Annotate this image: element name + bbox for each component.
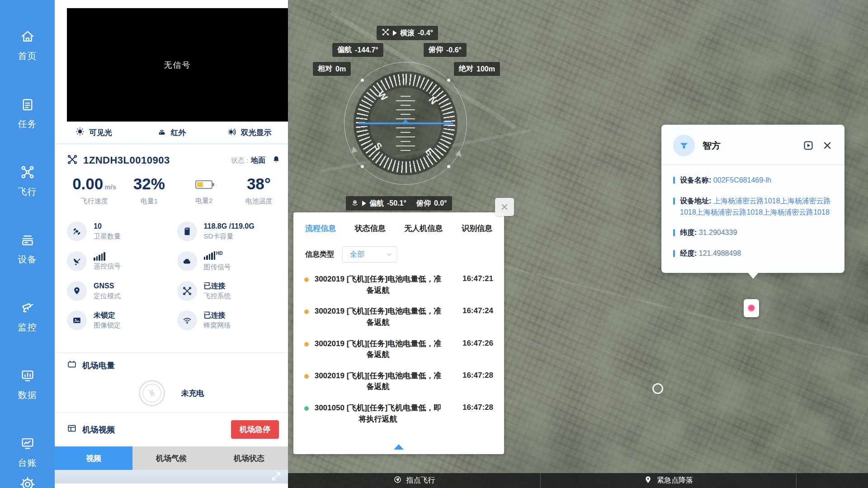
compass-disc: N E S W xyxy=(354,71,458,175)
sidebar-item-ledger[interactable]: 台账 xyxy=(18,436,37,469)
sidebar-item-flight[interactable]: 飞行 xyxy=(18,164,37,198)
dock-video-preview[interactable] xyxy=(55,470,288,483)
mode-tab-dual-light[interactable]: 双光显示 xyxy=(210,122,288,144)
info-value: GNSS xyxy=(94,282,121,291)
sidebar-item-data[interactable]: 数据 xyxy=(18,368,37,401)
tab-dock-weather[interactable]: 机场气候 xyxy=(132,446,210,470)
message-panel: 流程信息 状态信息 无人机信息 识别信息 信息类型 全部 3002019 [飞机… xyxy=(293,212,504,454)
attitude-compass: N E S W xyxy=(344,62,467,185)
message-item[interactable]: 3002019 [飞机][任务]电池电量低，准备返航 16:47:26 xyxy=(293,333,504,366)
info-cellular: 已连接蜂窝网络 xyxy=(177,310,288,330)
sidebar-item-settings[interactable] xyxy=(0,476,55,488)
dock-video-tabs: 视频 机场气候 机场状态 xyxy=(55,446,288,470)
sidebar-item-task[interactable]: 任务 xyxy=(18,97,37,130)
video-play-icon[interactable] xyxy=(803,140,814,151)
satellite-icon xyxy=(67,221,87,241)
dock-map-marker[interactable] xyxy=(744,299,759,317)
camera-mode-tabs: 可见光 红外 双光显示 xyxy=(55,122,288,144)
message-item[interactable]: 3002019 [飞机][任务]电池电量低，准备返航 16:47:24 xyxy=(293,301,504,333)
sidebar-item-device[interactable]: 设备 xyxy=(18,232,37,266)
stat-label: 电量1 xyxy=(141,197,158,206)
message-item[interactable]: 3001050 [飞机][任务]飞机电量低，即将执行返航 16:47:28 xyxy=(293,398,504,430)
message-time: 16:47:28 xyxy=(462,403,493,412)
info-value: 已连接 xyxy=(204,282,231,291)
stat-battery2: 电量2 xyxy=(177,174,231,218)
device-address-field: 设备地址: 上海杨浦密云路1018上海杨浦密云路1018上海杨浦密云路1018上… xyxy=(661,196,844,218)
field-accent-bar xyxy=(673,250,675,257)
tab-dock-status[interactable]: 机场状态 xyxy=(210,446,288,470)
message-text: [飞机][任务]电池电量低，准备返航 xyxy=(347,371,442,391)
location-pin-icon xyxy=(67,281,87,301)
gear-icon xyxy=(19,476,36,488)
mode-tab-label: 红外 xyxy=(171,127,186,138)
monitor-camera-icon xyxy=(20,300,35,317)
aircraft-status: 状态 : 地面 xyxy=(231,155,281,166)
tab-recognition-info[interactable]: 识别信息 xyxy=(462,223,492,234)
message-text: [飞机][任务]电池电量低，准备返航 xyxy=(347,275,442,295)
sidebar: 首页 任务 飞行 设备 监控 数据 台账 xyxy=(0,0,55,488)
charging-status: 未充电 xyxy=(181,388,204,399)
gimbal-badge: 偏航 -50.1° 俯仰 0.0° xyxy=(346,196,452,211)
sidebar-item-label: 数据 xyxy=(18,389,37,401)
divider xyxy=(55,352,288,353)
sidebar-item-monitor[interactable]: 监控 xyxy=(18,300,37,333)
message-time: 16:47:28 xyxy=(462,371,493,380)
bell-icon[interactable] xyxy=(272,155,281,166)
dock-power-header: 机场电量 xyxy=(67,359,115,371)
drone-video-feed[interactable]: 无信号 xyxy=(67,8,288,122)
fullscreen-expand-icon[interactable] xyxy=(271,471,282,483)
point-fly-button[interactable]: 指点飞行 xyxy=(288,473,541,488)
abs-alt-value: 100m xyxy=(476,65,495,73)
no-charging-icon xyxy=(139,380,165,406)
message-text: [飞机][任务]电池电量低，准备返航 xyxy=(347,307,442,327)
tab-process-info[interactable]: 流程信息 xyxy=(305,223,336,234)
info-rc-signal: 遥控信号 xyxy=(67,251,177,272)
sidebar-item-label: 首页 xyxy=(18,50,37,62)
flight-status-panel: 无信号 可见光 红外 双光显示 1ZNDH3L0010903 状态 : xyxy=(55,0,288,488)
tab-drone-info[interactable]: 无人机信息 xyxy=(404,223,443,234)
info-satellites: 10卫星数量 xyxy=(67,221,177,241)
message-item[interactable]: 3002019 [飞机][任务]电池电量低，准备返航 16:47:28 xyxy=(293,366,504,398)
dock-emergency-stop-button[interactable]: 机场急停 xyxy=(231,420,279,439)
message-type-select[interactable]: 全部 xyxy=(342,246,397,263)
message-code: 3002019 xyxy=(315,339,344,348)
collapse-panel-triangle[interactable] xyxy=(394,444,404,450)
compass-north: N xyxy=(426,94,439,107)
dock-power-title: 机场电量 xyxy=(82,360,115,371)
satellite-map[interactable]: 横滚 -0.4° 偏航 -144.7° 俯仰 -0.6° 相对 0m 绝对 10… xyxy=(288,0,868,488)
sidebar-item-label: 监控 xyxy=(18,321,37,333)
antenna-dish-icon xyxy=(67,251,87,271)
mode-tab-label: 双光显示 xyxy=(241,127,272,138)
field-label: 设备地址: xyxy=(680,197,713,205)
info-label: 卫星数量 xyxy=(94,232,121,241)
filter-label: 信息类型 xyxy=(305,250,334,259)
stat-label: 飞行速度 xyxy=(81,197,108,206)
rel-alt-label: 相对 xyxy=(318,64,332,74)
tab-video[interactable]: 视频 xyxy=(55,446,132,470)
mode-tab-infrared[interactable]: 红外 xyxy=(132,122,210,144)
sidebar-item-label: 台账 xyxy=(18,457,37,469)
rc-signal-bars xyxy=(94,252,121,261)
yaw-badge: 偏航 -144.7° xyxy=(332,43,383,57)
roll-badge: 横滚 -0.4° xyxy=(377,26,438,40)
tab-status-info[interactable]: 状态信息 xyxy=(355,223,386,234)
aircraft-info-grid: 10卫星数量 118.8G /119.0GSD卡容量 遥控信号 HD图传信号 G… xyxy=(67,221,287,330)
ledger-screen-icon xyxy=(20,436,35,453)
map-ring-marker xyxy=(652,383,663,394)
emergency-land-button[interactable]: 紧急点降落 xyxy=(541,473,797,488)
message-item[interactable]: 3002019 [飞机][任务]电池电量低，准备返航 16:47:21 xyxy=(293,269,504,301)
sidebar-item-home[interactable]: 首页 xyxy=(18,29,37,62)
speed-unit: m/s xyxy=(104,183,116,191)
battery1-value: 32% xyxy=(133,174,165,193)
message-code: 3002019 xyxy=(315,371,344,380)
device-name-field: 设备名称: 002F5C681469-lh xyxy=(661,175,844,186)
close-icon[interactable] xyxy=(822,140,833,151)
pitch-label: 俯仰 xyxy=(429,45,443,55)
message-filter-row: 信息类型 全部 xyxy=(293,234,504,265)
message-code: 3001050 xyxy=(315,404,344,412)
mode-tab-visible-light[interactable]: 可见光 xyxy=(55,122,132,144)
device-card-title: 智方 xyxy=(703,140,721,152)
field-value: 31.2904339 xyxy=(699,229,737,236)
panel-close-button[interactable] xyxy=(495,198,514,216)
field-accent-bar xyxy=(673,197,675,205)
